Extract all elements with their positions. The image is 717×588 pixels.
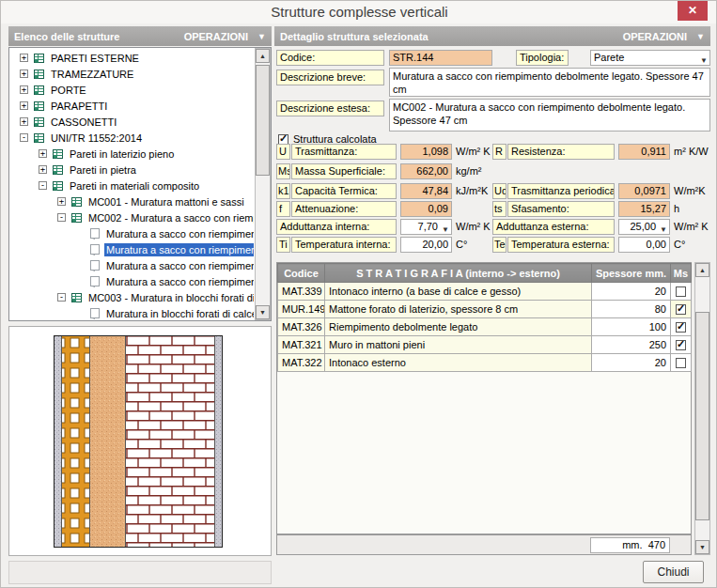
expand-icon[interactable]: + bbox=[20, 117, 28, 126]
structure-icon bbox=[33, 116, 45, 128]
chevron-down-icon: ▼ bbox=[442, 223, 449, 235]
tree-item-uni-tr-11552[interactable]: -UNI/TR 11552:2014 bbox=[10, 130, 254, 146]
layer-thickness: 250 bbox=[592, 336, 671, 354]
param-label: Temperatura esterna: bbox=[507, 237, 615, 253]
tipologia-select[interactable]: Parete▼ bbox=[590, 50, 710, 66]
layer-description: Mattone forato di laterizio, spessore 8 … bbox=[325, 301, 592, 318]
tree-item-tramezzature[interactable]: +TRAMEZZATURE bbox=[10, 66, 254, 82]
param-label: Massa Superficiale: bbox=[291, 163, 397, 179]
col-codice[interactable]: Codice bbox=[278, 264, 325, 283]
tree-item-muratura-blocchi[interactable]: Muratura in blocchi forati di calcestruz… bbox=[10, 305, 254, 319]
expand-icon[interactable]: + bbox=[39, 149, 47, 158]
layer-description: Muro in mattoni pieni bbox=[325, 336, 592, 354]
table-scrollbar-thumb[interactable] bbox=[695, 312, 709, 520]
expand-icon[interactable]: + bbox=[20, 54, 28, 62]
param-row-attenuazione: f Attenuazione: 0,09 ts Sfasamento: 15,2… bbox=[276, 201, 710, 217]
chevron-down-icon: ▼ bbox=[257, 32, 266, 41]
total-thickness-value: 470 bbox=[648, 539, 665, 550]
param-unit: C° bbox=[674, 237, 685, 253]
tree-item-muratura-sacco-1[interactable]: Muratura a sacco con riempimento deb bbox=[10, 225, 254, 241]
tree-item-label: MC003 - Muratura in blocchi forati di ca… bbox=[86, 291, 254, 304]
tree-item-muratura-sacco-3[interactable]: Muratura a sacco con riempimento deb bbox=[10, 257, 254, 273]
adduttanza-interna-select[interactable]: 7,70▼ bbox=[400, 219, 452, 235]
table-row[interactable]: MAT.322 Intonaco esterno 20 bbox=[278, 354, 692, 372]
ms-checkbox[interactable] bbox=[676, 322, 686, 333]
expand-icon[interactable]: + bbox=[20, 85, 28, 94]
tree-item-muratura-sacco-4[interactable]: Muratura a sacco con riempimento deb bbox=[10, 273, 254, 289]
param-label: Trasmittanza: bbox=[291, 144, 397, 160]
tree-item-label: Pareti in pietra bbox=[68, 163, 138, 177]
layer-code: MUR.149 bbox=[278, 301, 325, 318]
tipologia-value: Parete bbox=[594, 52, 624, 63]
scroll-up-icon[interactable]: ▲ bbox=[256, 49, 270, 63]
param-prefix: f bbox=[276, 201, 290, 217]
expand-icon[interactable]: + bbox=[57, 197, 66, 206]
table-row[interactable]: MAT.326 Riempimento debolmente legato 10… bbox=[278, 318, 692, 336]
layer-thickness: 100 bbox=[592, 318, 671, 336]
ms-checkbox[interactable] bbox=[676, 304, 686, 315]
scroll-up-icon[interactable]: ▲ bbox=[695, 263, 709, 277]
attenuazione-value: 0,09 bbox=[400, 201, 452, 217]
left-operations-menu[interactable]: OPERAZIONI ▼ bbox=[184, 31, 266, 42]
param-unit: kJ/m²K bbox=[456, 183, 488, 199]
sheet-icon bbox=[89, 228, 101, 240]
tree-item-pareti-laterizio-pieno[interactable]: +Pareti in laterizio pieno bbox=[10, 146, 254, 162]
tipologia-label: Tipologia: bbox=[516, 50, 569, 66]
chiudi-button[interactable]: Chiudi bbox=[643, 561, 704, 583]
tree-item-pareti-esterne[interactable]: +PARETI ESTERNE bbox=[10, 50, 254, 66]
adduttanza-esterna-select[interactable]: 25,00▼ bbox=[618, 219, 670, 235]
expand-icon[interactable]: + bbox=[20, 101, 28, 110]
table-row[interactable]: MAT.339 Intonaco interno (a base di calc… bbox=[278, 283, 692, 301]
codice-field[interactable]: STR.144 bbox=[389, 50, 492, 66]
tree-item-label: CASSONETTI bbox=[49, 116, 118, 129]
descrizione-breve-label: Descrizione breve: bbox=[276, 70, 384, 85]
table-row[interactable]: MUR.149 Mattone forato di laterizio, spe… bbox=[278, 301, 692, 318]
temperatura-interna-field[interactable]: 20,00 bbox=[400, 237, 452, 253]
close-icon[interactable]: ✕ bbox=[678, 1, 708, 21]
ms-checkbox[interactable] bbox=[676, 358, 686, 368]
stratigrafia-table: Codice S T R A T I G R A F I A (interno … bbox=[276, 262, 692, 534]
tree-item-pareti-pietra[interactable]: +Pareti in pietra bbox=[10, 162, 254, 178]
collapse-icon[interactable]: - bbox=[57, 213, 66, 222]
scroll-down-icon[interactable]: ▼ bbox=[256, 305, 270, 319]
capacita-termica-value: 47,84 bbox=[400, 183, 452, 199]
descrizione-estesa-field[interactable]: MC002 - Muratura a sacco con riempimento… bbox=[389, 99, 710, 132]
total-thickness-box: mm. 470 bbox=[590, 537, 670, 553]
tree-item-label: MC001 - Muratura mattoni e sassi bbox=[86, 195, 246, 209]
tree-item-porte[interactable]: +PORTE bbox=[10, 82, 254, 98]
tree-item-label: Pareti in laterizio pieno bbox=[68, 147, 176, 161]
scroll-down-icon[interactable]: ▼ bbox=[695, 540, 709, 554]
table-row[interactable]: MAT.321 Muro in mattoni pieni 250 bbox=[278, 336, 692, 354]
tree-item-pareti-materiali-composito[interactable]: -Pareti in materiali composito bbox=[10, 178, 254, 193]
layer-description: Intonaco esterno bbox=[325, 354, 592, 372]
tree-item-label: PORTE bbox=[49, 84, 88, 97]
collapse-icon[interactable]: - bbox=[39, 181, 47, 190]
struttura-calcolata-checkbox[interactable] bbox=[278, 134, 288, 145]
tree-item-mc003[interactable]: -MC003 - Muratura in blocchi forati di c… bbox=[10, 289, 254, 305]
tree-scrollbar[interactable]: ▲ ▼ bbox=[255, 48, 271, 320]
tree-item-mc002[interactable]: -MC002 - Muratura a sacco con riempimen bbox=[10, 209, 254, 225]
ms-checkbox[interactable] bbox=[676, 286, 686, 297]
collapse-icon[interactable]: - bbox=[57, 293, 66, 302]
col-ms[interactable]: Ms bbox=[671, 264, 692, 283]
tree-item-label: MC002 - Muratura a sacco con riempimen bbox=[86, 211, 254, 224]
collapse-icon[interactable]: - bbox=[20, 133, 28, 142]
table-scrollbar[interactable]: ▲ ▼ bbox=[694, 262, 710, 555]
layer-description: Intonaco interno (a base di calce e gess… bbox=[325, 283, 592, 301]
param-row-massa: Ms Massa Superficiale: 662,00 kg/m² bbox=[276, 163, 710, 179]
ms-checkbox[interactable] bbox=[676, 340, 686, 350]
tree-scrollbar-thumb[interactable] bbox=[256, 65, 270, 176]
descrizione-breve-field[interactable]: Muratura a sacco con riempimento debolme… bbox=[389, 68, 710, 97]
tree-item-mc001[interactable]: +MC001 - Muratura mattoni e sassi bbox=[10, 193, 254, 209]
temperatura-esterna-field[interactable]: 0,00 bbox=[618, 237, 670, 253]
tree-item-parapetti[interactable]: +PARAPETTI bbox=[10, 98, 254, 114]
col-spessore[interactable]: Spessore mm. bbox=[592, 264, 671, 283]
col-stratigrafia[interactable]: S T R A T I G R A F I A (interno -> este… bbox=[325, 264, 592, 283]
param-label: Capacità Termica: bbox=[291, 183, 397, 199]
expand-icon[interactable]: + bbox=[20, 70, 28, 78]
tree-item-muratura-sacco-2-selected[interactable]: Muratura a sacco con riempimento deb bbox=[10, 241, 254, 257]
tree-item-cassonetti[interactable]: +CASSONETTI bbox=[10, 114, 254, 130]
param-label: Adduttanza esterna: bbox=[492, 219, 615, 235]
expand-icon[interactable]: + bbox=[39, 165, 47, 174]
right-operations-menu[interactable]: OPERAZIONI ▼ bbox=[623, 31, 705, 42]
